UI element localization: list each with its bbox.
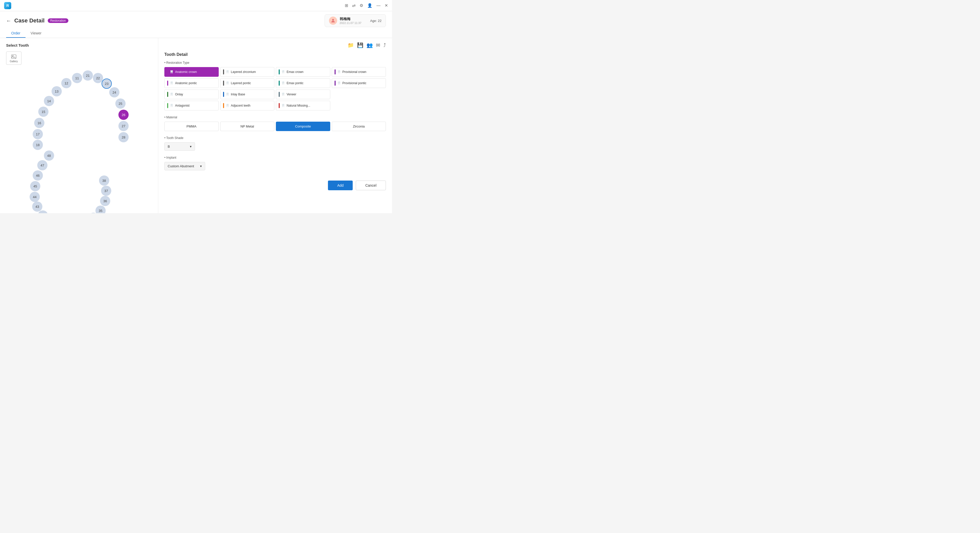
patient-age: Age: 22 — [370, 19, 382, 23]
anatomic-pontic-label: Anatomic pontic — [175, 81, 197, 85]
settings-icon[interactable]: ⚙ — [360, 3, 363, 8]
tooth-24[interactable]: 24 — [109, 87, 119, 97]
tooth-27[interactable]: 27 — [118, 121, 129, 131]
folder-icon[interactable]: 📁 — [348, 42, 354, 48]
tooth-21[interactable]: 21 — [83, 70, 93, 81]
implant-dropdown[interactable]: Custom Abutment ▾ — [164, 162, 205, 170]
tooth-shade-section: Tooth Shade B ▾ — [164, 136, 386, 151]
footer-buttons: Add Cancel — [164, 176, 386, 190]
restoration-layered-zirconium[interactable]: 🦷 Layered zirconium — [220, 67, 275, 77]
tooth-11[interactable]: 11 — [72, 73, 82, 83]
back-button[interactable]: ← — [6, 18, 11, 24]
close-icon[interactable]: ✕ — [385, 3, 388, 8]
restoration-provisional-crown[interactable]: 🦷 Provisional crown — [332, 67, 386, 77]
emax-pontic-icon: 🦷 — [281, 81, 285, 85]
tooth-16[interactable]: 16 — [34, 118, 45, 128]
shade-dropdown[interactable]: B ▾ — [164, 142, 195, 151]
provisional-pontic-label: Provisional pontic — [342, 81, 366, 85]
tabs: Order Viewer — [6, 29, 386, 38]
header-title-row: ← Case Detail Restoration — [6, 17, 68, 24]
tooth-36[interactable]: 36 — [100, 196, 110, 206]
material-composite[interactable]: Composite — [276, 122, 330, 131]
layered-zirconium-label: Layered zirconium — [231, 70, 256, 74]
title-bar: R ⊞ ⇄ ⚙ 👤 — ✕ — [0, 0, 392, 11]
restoration-antagonist[interactable]: 🦷 Antagonist — [164, 101, 219, 110]
gallery-button[interactable]: Gallery — [6, 52, 21, 65]
main-content: Select Tooth Gallery 12 11 21 22 23 13 1… — [0, 38, 392, 213]
restoration-emax-pontic[interactable]: 🦷 Emax pontic — [276, 78, 330, 88]
tab-viewer[interactable]: Viewer — [25, 29, 47, 38]
tooth-37[interactable]: 37 — [101, 186, 111, 196]
restoration-emax-crown[interactable]: 🦷 Emax crown — [276, 67, 330, 77]
tooth-14[interactable]: 14 — [44, 96, 54, 106]
tab-order[interactable]: Order — [6, 29, 25, 38]
plugin-icon[interactable]: ⊞ — [345, 3, 348, 8]
restoration-onlay[interactable]: 🦷 Onlay — [164, 89, 219, 99]
account-icon[interactable]: 👤 — [367, 3, 372, 8]
tooth-25[interactable]: 25 — [115, 98, 126, 109]
patient-date: 2022.11.07 11:37 — [340, 21, 362, 24]
tooth-48[interactable]: 48 — [44, 151, 54, 161]
onlay-label: Onlay — [175, 93, 183, 96]
restoration-anatomic-crown[interactable]: 🦷 Anatomic crown — [164, 67, 219, 77]
antagonist-label: Antagonist — [175, 104, 189, 107]
connect-icon[interactable]: ⇄ — [352, 3, 355, 8]
provisional-crown-icon: 🦷 — [337, 70, 341, 74]
tooth-46[interactable]: 46 — [33, 170, 43, 181]
tooth-28[interactable]: 28 — [118, 132, 129, 142]
tooth-23[interactable]: 23 — [102, 79, 112, 89]
material-buttons: PMMA NP Metal Composite Zirconia — [164, 122, 386, 131]
adjacent-teeth-label: Adjacent teeth — [231, 104, 251, 107]
material-pmma[interactable]: PMMA — [164, 122, 219, 131]
page-title: Case Detail — [14, 17, 45, 24]
cancel-button[interactable]: Cancel — [356, 181, 386, 190]
natural-missing-label: Natural Missing... — [286, 104, 310, 107]
emax-pontic-label: Emax pontic — [286, 81, 304, 85]
layered-pontic-icon: 🦷 — [226, 81, 229, 85]
tooth-44[interactable]: 44 — [30, 192, 40, 202]
tooth-detail-title: Tooth Detail — [164, 52, 386, 57]
tooth-26[interactable]: 26 — [118, 109, 129, 120]
add-button[interactable]: Add — [328, 181, 353, 190]
minimize-icon[interactable]: — — [376, 3, 380, 8]
restoration-veneer[interactable]: 🦷 Veneer — [276, 89, 330, 99]
tooth-35[interactable]: 35 — [95, 206, 106, 213]
tooth-47[interactable]: 47 — [37, 160, 48, 170]
adjacent-teeth-icon: 🦷 — [226, 104, 229, 107]
restoration-provisional-pontic[interactable]: 🦷 Provisional pontic — [332, 78, 386, 88]
restoration-inlay-base[interactable]: 🦷 Inlay Base — [220, 89, 275, 99]
material-np-metal[interactable]: NP Metal — [220, 122, 275, 131]
inlay-base-label: Inlay Base — [231, 93, 245, 96]
save-icon[interactable]: 💾 — [357, 42, 363, 48]
share-users-icon[interactable]: 👥 — [366, 42, 373, 48]
share-icon[interactable]: ⤴ — [383, 42, 386, 48]
tooth-12[interactable]: 12 — [61, 78, 72, 88]
right-panel: 📁 💾 👥 ✉ ⤴ Tooth Detail Restoration Type … — [158, 38, 392, 213]
restoration-adjacent-teeth[interactable]: 🦷 Adjacent teeth — [220, 101, 275, 110]
tooth-15[interactable]: 15 — [38, 106, 48, 117]
gallery-label: Gallery — [10, 60, 18, 63]
tooth-17[interactable]: 17 — [33, 129, 43, 139]
restoration-type-label: Restoration Type — [164, 61, 386, 65]
restoration-layered-pontic[interactable]: 🦷 Layered pontic — [220, 78, 275, 88]
provisional-crown-label: Provisional crown — [342, 70, 366, 74]
antagonist-icon: 🦷 — [170, 104, 173, 107]
tooth-13[interactable]: 13 — [52, 86, 62, 97]
restoration-anatomic-pontic[interactable]: 🦷 Anatomic pontic — [164, 78, 219, 88]
layered-zirconium-icon: 🦷 — [226, 70, 229, 74]
veneer-label: Veneer — [286, 93, 296, 96]
anatomic-crown-label: Anatomic crown — [175, 70, 197, 74]
tooth-38[interactable]: 38 — [99, 176, 109, 186]
tooth-diagram-upper: 12 11 21 22 23 13 14 15 16 17 18 24 25 2… — [6, 69, 149, 151]
material-zirconia[interactable]: Zirconia — [332, 122, 386, 131]
right-panel-toolbar: 📁 💾 👥 ✉ ⤴ — [164, 42, 386, 48]
patient-avatar — [329, 17, 337, 25]
title-bar-left: R — [4, 2, 11, 9]
restoration-type-section: Restoration Type 🦷 Anatomic crown 🦷 Laye… — [164, 61, 386, 110]
inlay-base-icon: 🦷 — [226, 93, 229, 96]
tooth-43[interactable]: 43 — [32, 201, 42, 212]
tooth-45[interactable]: 45 — [30, 181, 40, 191]
tooth-22[interactable]: 22 — [93, 73, 103, 83]
mail-icon[interactable]: ✉ — [376, 42, 380, 48]
restoration-natural-missing[interactable]: 🦷 Natural Missing... — [276, 101, 330, 110]
